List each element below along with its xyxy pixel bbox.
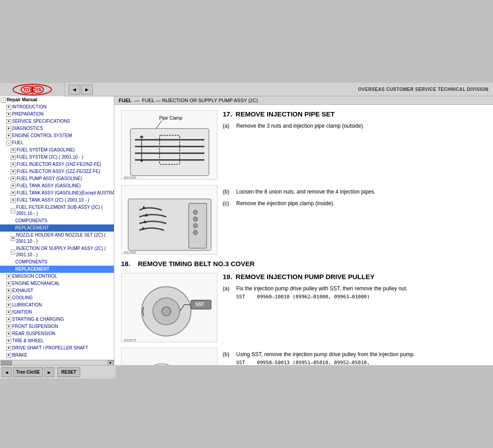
right-panel[interactable]: FUEL — FUEL — INJECTION OR SUPPLY PUMP A… [114, 96, 493, 365]
tree-item-injector-1zz[interactable]: + FUEL INJECTOR ASSY (1ZZ-FE/3ZZ-FE) [0, 168, 114, 175]
reset-button[interactable]: RESET [57, 367, 80, 377]
tree-label: FUEL FILTER ELEMENT SUB-ASSY (2C) ( 2001… [16, 204, 113, 217]
tree-expand-icon[interactable]: - [1, 98, 6, 103]
h-scrollbar-thumb[interactable] [1, 361, 12, 365]
nav-forward-button[interactable]: ► [81, 85, 93, 95]
tree-item-fuel-pump[interactable]: + FUEL PUMP ASSY (GASOLINE) [0, 175, 114, 182]
prev-button[interactable]: ◄ [2, 367, 12, 377]
tree-expand-icon[interactable]: - [11, 208, 15, 213]
injection-pipes-diagram: A61568 [121, 185, 217, 254]
tree-expand-icon[interactable]: + [6, 324, 11, 329]
tree-expand-icon[interactable]: + [11, 198, 16, 203]
tree-label: FUEL INJECTOR ASSY (1NZ-FE/2NZ-FE) [17, 161, 101, 168]
tree-item-parking-brake[interactable]: + PARKING BRAKE [0, 359, 114, 360]
tree-item-preparation[interactable]: + PREPARATION [0, 111, 114, 118]
tree-expand-icon[interactable]: + [11, 191, 16, 196]
toyota-logo: TOYOTA [0, 83, 65, 96]
tree-expand-icon[interactable]: + [6, 332, 11, 336]
tree-expand-icon[interactable]: + [6, 353, 11, 358]
tree-expand-icon[interactable]: + [6, 126, 11, 131]
tree-item-fuel-system-2c[interactable]: + FUEL SYSTEM (2C) ( 2001.10 - ) [0, 154, 114, 161]
tree-label: DIAGNOSTICS [12, 125, 43, 132]
tree-item-lubrication[interactable]: + LUBRICATION [0, 302, 114, 309]
tree-expand-icon[interactable]: + [11, 184, 16, 189]
tree-item-nozzle-holder[interactable]: + NOZZLE HOLDER AND NOZZLE SET (2C) ( 20… [0, 232, 114, 245]
tree-expand-icon[interactable]: + [11, 169, 16, 174]
tree-expand-icon[interactable]: + [6, 317, 11, 322]
tree-container[interactable]: - Repair Manual + INTRODUCTION + PREPARA… [0, 96, 114, 360]
svg-text:Pipe Clamp: Pipe Clamp [159, 116, 182, 121]
tree-item-starting-charging[interactable]: + STARTING & CHARGING [0, 316, 114, 323]
tree-item-replacement-1[interactable]: REPLACEMENT [0, 224, 114, 232]
section-19-b: (b) Using SST, remove the injection pump… [121, 348, 486, 365]
tree-expand-icon[interactable]: + [6, 281, 11, 286]
tree-expand-icon[interactable]: + [6, 134, 11, 138]
tree-item-components-1[interactable]: COMPONENTS [0, 217, 114, 224]
tree-label: ENGINE CONTROL SYSTEM [12, 133, 72, 139]
tree-item-emission[interactable]: + EMISSION CONTROL [0, 273, 114, 280]
tree-item-fuel-tank-gas[interactable]: + FUEL TANK ASSY (GASOLINE) [0, 182, 114, 190]
section-18-title: 18. REMOVE TIMING BELT NO.3 COVER [121, 260, 486, 267]
h-scroll-right-button[interactable]: ► [108, 360, 114, 366]
tree-item-front-suspension[interactable]: + FRONT SUSPENSION [0, 323, 114, 330]
nav-back-button[interactable]: ◄ [69, 85, 80, 95]
tree-item-exhaust[interactable]: + EXHAUST [0, 287, 114, 294]
tree-item-ignition[interactable]: + IGNITION [0, 309, 114, 316]
tree-item-service-specs[interactable]: + SERVICE SPECIFICATIONS [0, 118, 114, 125]
tree-item-fuel-tank-2c[interactable]: + FUEL TANK ASSY (2C) ( 2001.10 - ) [0, 197, 114, 204]
tree-expand-icon[interactable]: + [6, 310, 11, 315]
tree-expand-icon[interactable]: + [6, 274, 11, 279]
tree-expand-icon[interactable]: + [6, 105, 11, 110]
tree-expand-icon[interactable]: + [11, 155, 16, 160]
tree-item-diagnostics[interactable]: + DIAGNOSTICS [0, 125, 114, 132]
tree-close-button[interactable]: Tree CloSE [13, 367, 43, 377]
tree-item-fuel-system-gas[interactable]: + FUEL SYSTEM (GASOLINE) [0, 146, 114, 154]
svg-text:SST: SST [195, 302, 204, 307]
tree-item-injector-1nz[interactable]: + FUEL INJECTOR ASSY (1NZ-FE/2NZ-FE) [0, 161, 114, 168]
tree-item-cooling[interactable]: + COOLING [0, 294, 114, 302]
tree-expand-icon[interactable]: + [6, 303, 11, 308]
tree-item-engine-control[interactable]: + ENGINE CONTROL SYSTEM [0, 132, 114, 139]
tree-label: SERVICE SPECIFICATIONS [12, 118, 70, 125]
tree-expand-icon[interactable]: - [6, 141, 11, 146]
tree-expand-icon[interactable]: + [11, 177, 16, 181]
tree-item-repair-manual[interactable]: - Repair Manual [0, 96, 114, 103]
tree-item-tire-wheel[interactable]: + TIRE & WHEEL [0, 337, 114, 345]
header-area [0, 0, 493, 83]
tree-expand-icon[interactable]: + [11, 162, 16, 167]
section-18: 18. REMOVE TIMING BELT NO.3 COVER [121, 260, 486, 267]
tree-item-introduction[interactable]: + INTRODUCTION [0, 103, 114, 111]
tree-expand-icon[interactable]: + [6, 296, 11, 301]
tree-expand-icon[interactable]: + [6, 112, 11, 117]
tree-expand-icon[interactable]: + [11, 148, 16, 153]
tree-label: FUEL TANK ASSY (2C) ( 2001.10 - ) [17, 197, 89, 203]
tree-label: NOZZLE HOLDER AND NOZZLE SET (2C) ( 2001… [16, 232, 113, 245]
diagram-image-4 [121, 348, 217, 365]
tree-item-fuel[interactable]: - FUEL [0, 139, 114, 146]
tree-item-fuel-filter[interactable]: - FUEL FILTER ELEMENT SUB-ASSY (2C) ( 20… [0, 204, 114, 217]
tree-item-components-2[interactable]: COMPONENTS [0, 258, 114, 266]
section-num-18: 18. [121, 260, 130, 267]
tree-item-fuel-tank-except[interactable]: + FUEL TANK ASSY (GASOLINE)(Except AUSTR… [0, 190, 114, 197]
tree-label: FUEL TANK ASSY (GASOLINE) [17, 183, 81, 189]
tree-label: COMPONENTS [15, 218, 48, 224]
content-body: Pipe Clamp [114, 105, 493, 365]
step-17c: (c) Remove the injection pipe clamp (ins… [223, 199, 486, 208]
tree-expand-icon[interactable]: + [6, 346, 11, 351]
tree-item-injection-pump[interactable]: - INJECTION OR SUPPLY PUMP ASSY (2C) ( 2… [0, 245, 114, 258]
tree-label: REPLACEMENT [15, 266, 49, 272]
tree-item-brake[interactable]: + BRAKE [0, 352, 114, 359]
h-scrollbar[interactable]: ► [0, 360, 114, 365]
tree-item-engine-mech[interactable]: + ENGINE MECHANICAL [0, 280, 114, 287]
h-scrollbar-track [12, 361, 108, 365]
tree-expand-icon[interactable]: - [11, 250, 15, 254]
tree-expand-icon[interactable]: + [11, 236, 15, 241]
tree-expand-icon[interactable]: + [6, 339, 11, 344]
tree-item-drive-shaft[interactable]: + DRIVE SHAFT / PROPELLER SHAFT [0, 345, 114, 352]
tree-item-replacement-2[interactable]: REPLACEMENT [0, 266, 114, 273]
tree-item-rear-suspension[interactable]: + REAR SUSPENSION [0, 330, 114, 337]
step-label: (a) [223, 284, 234, 302]
next-button[interactable]: ► [44, 367, 54, 377]
tree-expand-icon[interactable]: + [6, 119, 11, 124]
tree-expand-icon[interactable]: + [6, 289, 11, 293]
